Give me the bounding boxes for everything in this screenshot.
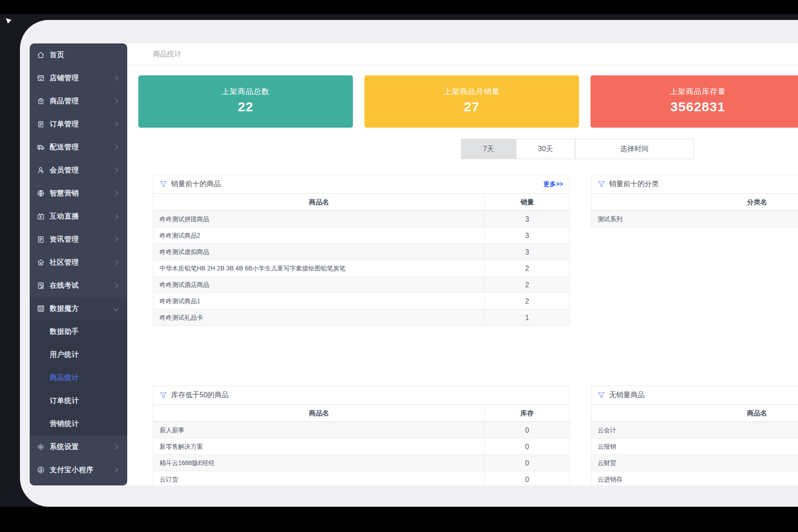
exam-icon — [36, 281, 45, 290]
cell-name: 商品名 — [591, 405, 798, 421]
cell-name: 云报销 — [591, 438, 798, 454]
sidebar-item-home[interactable]: 首页 — [30, 43, 127, 66]
cell-name: 咚咚测试酒店商品 — [153, 277, 485, 293]
sidebar-item-label: 首页 — [50, 51, 64, 60]
table-row: 咚咚测试礼品卡1 — [153, 309, 569, 325]
sidebar-nav: 首页店铺管理商品管理订单管理配送管理会员管理智慧营销互动直播资讯管理社区管理在线… — [30, 43, 127, 485]
table-row: 咚咚测试商品12 — [153, 293, 569, 309]
chevron-right-icon — [113, 467, 118, 472]
sidebar-item-label: 在线考试 — [50, 281, 79, 290]
cell-name: 新零售解决方案 — [153, 438, 485, 454]
sidebar-item-datacube[interactable]: 数据魔方 — [30, 297, 127, 320]
cell-name: 中华木质铅笔HB 2H 2B 3B 4B 6B小学生儿童写字素描绘图铅笔炭笔 — [153, 260, 485, 276]
sidebar-menu: 首页店铺管理商品管理订单管理配送管理会员管理智慧营销互动直播资讯管理社区管理在线… — [30, 43, 127, 481]
panel-title: 销量前十的分类 — [609, 180, 659, 189]
cell-value: 3 — [485, 244, 569, 260]
chevron-right-icon — [113, 237, 118, 242]
community-icon — [36, 258, 45, 267]
filter-button[interactable]: 7天 — [461, 139, 516, 159]
cell-value: 3 — [485, 211, 569, 227]
sidebar-item-order[interactable]: 订单管理 — [30, 113, 127, 136]
stat-label: 上架商品库存量 — [591, 86, 798, 97]
sidebar-subitem-data-helper[interactable]: 数据助手 — [30, 320, 127, 343]
cell-name: 薪人薪事 — [153, 422, 485, 438]
cell-name: 云会计 — [591, 422, 798, 438]
sidebar-item-exam[interactable]: 在线考试 — [30, 274, 127, 297]
settings-icon — [36, 442, 45, 451]
table-row: 云订货0 — [153, 471, 569, 485]
cell-value: 2 — [485, 293, 569, 309]
table-header-row: 分类名 — [591, 194, 798, 211]
sidebar-item-label: 商品管理 — [50, 97, 79, 106]
chevron-right-icon — [113, 283, 118, 288]
table-row: 云会计 — [591, 422, 798, 438]
chevron-right-icon — [113, 444, 118, 449]
filter-button[interactable]: 30天 — [516, 139, 575, 159]
stat-cards: 上架商品总数22上架商品月销量27上架商品库存量3562831 — [138, 75, 798, 128]
cell-name: 精斗云1688版E经经 — [153, 455, 485, 471]
sidebar-item-settings[interactable]: 系统设置 — [30, 435, 127, 458]
chevron-right-icon — [113, 260, 118, 265]
stat-label: 上架商品总数 — [138, 86, 353, 97]
table: 分类名测试系列 — [591, 194, 798, 227]
shop-icon — [36, 74, 45, 82]
chevron-right-icon — [113, 121, 118, 126]
table-row: 精斗云1688版E经经0 — [153, 454, 569, 471]
sidebar-item-live[interactable]: 互动直播 — [30, 205, 127, 228]
sidebar-item-label: 配送管理 — [50, 143, 79, 152]
cell-name: 测试系列 — [591, 211, 798, 227]
sidebar-item-member[interactable]: 会员管理 — [30, 159, 127, 182]
sidebar-item-label: 互动直播 — [50, 212, 79, 221]
sidebar-subitem-order-stats[interactable]: 订单统计 — [30, 389, 127, 412]
cell-name: 云订货 — [153, 471, 485, 485]
sidebar-subitem-user-stats[interactable]: 用户统计 — [30, 343, 127, 366]
table-row: 测试系列 — [591, 211, 798, 227]
sidebar-item-delivery[interactable]: 配送管理 — [30, 136, 127, 159]
cell-value: 库存 — [485, 405, 569, 421]
stat-card-0: 上架商品总数22 — [138, 75, 353, 128]
breadcrumb: 商品统计 — [153, 50, 181, 58]
sidebar-item-label: 支付宝小程序 — [50, 466, 94, 475]
sidebar-item-label: 社区管理 — [50, 258, 79, 267]
table-row: 新零售解决方案0 — [153, 438, 569, 454]
table: 商品名销量咚咚测试拼团商品3咚咚测试商品23咚咚测试虚拟商品3中华木质铅笔HB … — [153, 194, 569, 325]
table-row: 咚咚测试商品23 — [153, 227, 569, 243]
sidebar-subitem-product-stats[interactable]: 商品统计 — [30, 366, 127, 389]
delivery-icon — [36, 143, 45, 152]
home-icon — [36, 51, 45, 59]
table-row: 咚咚测试拼团商品3 — [153, 211, 569, 227]
sidebar-item-label: 智慧营销 — [50, 189, 79, 198]
stat-value: 27 — [364, 99, 579, 114]
product-icon — [36, 97, 45, 106]
filter-button[interactable]: 选择时间 — [575, 139, 694, 159]
cell-value: 0 — [485, 438, 569, 454]
panel-title: 销量前十的商品 — [171, 180, 221, 189]
cell-value: 0 — [485, 471, 569, 485]
stat-value: 3562831 — [591, 99, 798, 114]
table-row: 云报销 — [591, 438, 798, 454]
time-filter-group: 7天30天选择时间 — [461, 139, 694, 159]
sidebar-subitem-marketing-stats[interactable]: 营销统计 — [30, 412, 127, 435]
sidebar-item-marketing[interactable]: 智慧营销 — [30, 182, 127, 205]
more-link[interactable]: 更多>> — [544, 180, 563, 188]
cell-name: 商品名 — [153, 194, 485, 210]
panel-header: 无销量商品 — [591, 386, 798, 405]
sidebar-item-product[interactable]: 商品管理 — [30, 90, 127, 113]
sidebar-item-shop[interactable]: 店铺管理 — [30, 66, 127, 90]
stat-label: 上架商品月销量 — [364, 86, 579, 97]
main-content: 商品统计 上架商品总数22上架商品月销量27上架商品库存量3562831 7天3… — [127, 43, 798, 485]
sidebar-item-label: 系统设置 — [50, 442, 79, 452]
sidebar-item-community[interactable]: 社区管理 — [30, 251, 127, 274]
cell-name: 商品名 — [153, 405, 485, 421]
cell-name: 分类名 — [591, 194, 798, 210]
chevron-right-icon — [113, 145, 118, 149]
sidebar-item-label: 订单管理 — [50, 120, 79, 129]
chevron-right-icon — [113, 214, 118, 219]
sidebar-item-alipay[interactable]: 支付宝小程序 — [30, 458, 127, 481]
cell-name: 云财贸 — [591, 455, 798, 471]
sidebar-item-news[interactable]: 资讯管理 — [30, 228, 127, 251]
cell-name: 咚咚测试虚拟商品 — [153, 244, 485, 260]
datacube-icon — [36, 304, 45, 313]
chevron-right-icon — [113, 191, 118, 196]
cell-name: 云进销存 — [591, 471, 798, 485]
